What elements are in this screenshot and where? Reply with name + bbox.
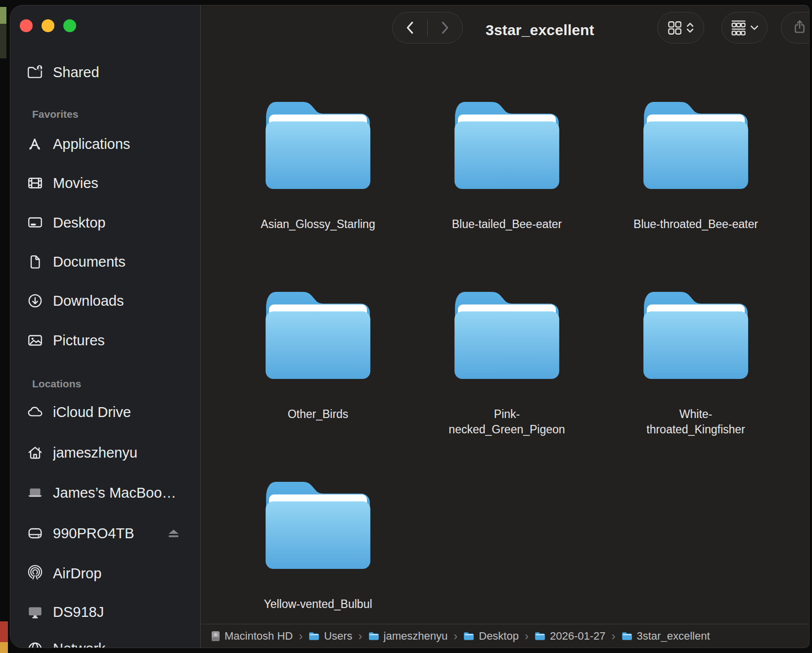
- path-separator: ›: [453, 630, 457, 642]
- folder-icon: [368, 632, 379, 641]
- folder-icon: [450, 96, 564, 190]
- eject-icon[interactable]: [167, 529, 180, 540]
- folder-name: White- throated_Kingfisher: [601, 407, 790, 437]
- group-icon: [731, 20, 746, 36]
- folder-icon: [261, 476, 375, 570]
- sidebar-item-shared[interactable]: Shared: [24, 61, 192, 83]
- sidebar-item-label: Network: [53, 640, 105, 648]
- group-by-button[interactable]: [722, 12, 767, 44]
- path-item-3star-excellent[interactable]: 3star_excellent: [622, 630, 710, 643]
- airdrop-icon: [24, 564, 46, 582]
- sidebar-section-favorites: Favorites: [32, 107, 78, 122]
- folder-icon: [261, 286, 375, 380]
- home-icon: [24, 444, 46, 462]
- sidebar-item-label: DS918J: [53, 604, 104, 620]
- sidebar-item-label: James’s MacBoo…: [53, 485, 176, 501]
- folder-name: Blue-tailed_Bee-eater: [412, 217, 601, 232]
- path-item-jameszhenyu[interactable]: jameszhenyu: [368, 630, 448, 643]
- icloud-icon: [24, 403, 46, 421]
- folder-name: Other_Birds: [224, 407, 412, 422]
- minimize-button[interactable]: [42, 19, 54, 32]
- sidebar-item-documents[interactable]: Documents: [24, 251, 192, 273]
- zoom-button[interactable]: [63, 19, 76, 32]
- sidebar-item-icloud-drive[interactable]: iCloud Drive: [24, 401, 192, 423]
- nav-buttons: [392, 12, 463, 44]
- actions-group: [781, 12, 810, 44]
- folder-icon: [309, 632, 319, 641]
- sidebar-item-label: Desktop: [53, 215, 105, 231]
- sidebar-item-desktop[interactable]: Desktop: [24, 212, 192, 233]
- folder-tile[interactable]: Blue-tailed_Bee-eater: [412, 96, 601, 232]
- folder-name: Yellow-vented_Bulbul: [224, 597, 412, 612]
- window-title: 3star_excellent: [486, 5, 594, 55]
- folder-icon: [463, 632, 474, 641]
- path-separator: ›: [299, 630, 303, 642]
- sidebar-item-network-partial[interactable]: Network: [24, 640, 192, 648]
- folder-icon: [535, 632, 545, 641]
- folder-tile[interactable]: Asian_Glossy_Starling: [224, 96, 412, 232]
- sidebar-item-applications[interactable]: Applications: [24, 133, 192, 155]
- sidebar-item-downloads[interactable]: Downloads: [24, 290, 192, 312]
- back-button[interactable]: [393, 12, 427, 43]
- folder-name: Blue-throated_Bee-eater: [601, 217, 790, 232]
- folder-icon: [638, 96, 753, 190]
- share-button[interactable]: [793, 19, 806, 36]
- finder-window: Shared Favorites Applications: [10, 5, 810, 648]
- sidebar-item-990pro4tb[interactable]: 990PRO4TB: [24, 522, 192, 544]
- shared-folder-icon: [24, 63, 46, 81]
- forward-button[interactable]: [428, 12, 462, 43]
- external-drive-icon: [24, 524, 46, 542]
- laptop-icon: [24, 484, 46, 502]
- chevron-down-icon: [751, 25, 758, 30]
- grid-view-icon: [668, 21, 681, 35]
- globe-icon: [24, 640, 46, 648]
- sidebar-item-label: Documents: [53, 254, 126, 270]
- path-separator: ›: [359, 630, 362, 642]
- share-icon: [793, 19, 806, 34]
- path-bar: Macintosh HD › Users › jameszhenyu › Des…: [201, 624, 809, 648]
- folder-icon: [638, 286, 753, 380]
- folder-name: Asian_Glossy_Starling: [224, 217, 412, 232]
- desktop-sliver: [0, 7, 6, 24]
- path-item-desktop[interactable]: Desktop: [463, 630, 519, 643]
- path-separator: ›: [612, 630, 616, 642]
- sidebar-item-label: jameszhenyu: [53, 445, 137, 461]
- downloads-icon: [24, 292, 46, 310]
- path-item-2026-01-27[interactable]: 2026-01-27: [535, 630, 606, 643]
- sidebar-item-label: iCloud Drive: [53, 404, 131, 420]
- sidebar-item-label: 990PRO4TB: [53, 525, 134, 542]
- close-button[interactable]: [20, 19, 33, 32]
- window-controls: [20, 19, 76, 32]
- sidebar-item-movies[interactable]: Movies: [24, 172, 192, 194]
- folder-icon: [261, 96, 375, 190]
- folder-tile[interactable]: Blue-throated_Bee-eater: [601, 96, 790, 232]
- folder-name: Pink- necked_Green_Pigeon: [412, 407, 601, 437]
- folder-icon: [450, 286, 564, 380]
- sidebar-item-home[interactable]: jameszhenyu: [24, 442, 192, 464]
- display-icon: [24, 603, 46, 621]
- folder-tile[interactable]: White- throated_Kingfisher: [601, 286, 790, 437]
- folder-tile[interactable]: Pink- necked_Green_Pigeon: [412, 286, 601, 437]
- sidebar-section-locations: Locations: [32, 376, 81, 391]
- sidebar-item-label: Shared: [53, 64, 99, 81]
- folder-tile[interactable]: Yellow-vented_Bulbul: [224, 476, 412, 612]
- movies-icon: [24, 174, 46, 192]
- path-item-users[interactable]: Users: [309, 630, 352, 643]
- sidebar-item-label: Movies: [53, 175, 98, 191]
- chevron-up-down-icon: [686, 22, 694, 33]
- view-mode-button[interactable]: [657, 12, 704, 44]
- path-item-macintosh-hd[interactable]: Macintosh HD: [211, 630, 293, 643]
- toolbar: 3star_excellent: [201, 5, 809, 55]
- desktop-background: Shared Favorites Applications: [0, 0, 812, 653]
- sidebar: Shared Favorites Applications: [10, 5, 201, 648]
- desktop-icon: [24, 214, 46, 232]
- sidebar-item-ds918j[interactable]: DS918J: [24, 601, 192, 623]
- sidebar-item-airdrop[interactable]: AirDrop: [24, 562, 192, 584]
- documents-icon: [24, 253, 46, 271]
- sidebar-item-pictures[interactable]: Pictures: [24, 329, 192, 351]
- folder-tile[interactable]: Other_Birds: [224, 286, 412, 422]
- desktop-sliver: [0, 24, 6, 58]
- sidebar-item-macbook[interactable]: James’s MacBoo…: [24, 482, 192, 504]
- sidebar-item-label: Pictures: [53, 332, 105, 349]
- folder-icon: [622, 632, 632, 641]
